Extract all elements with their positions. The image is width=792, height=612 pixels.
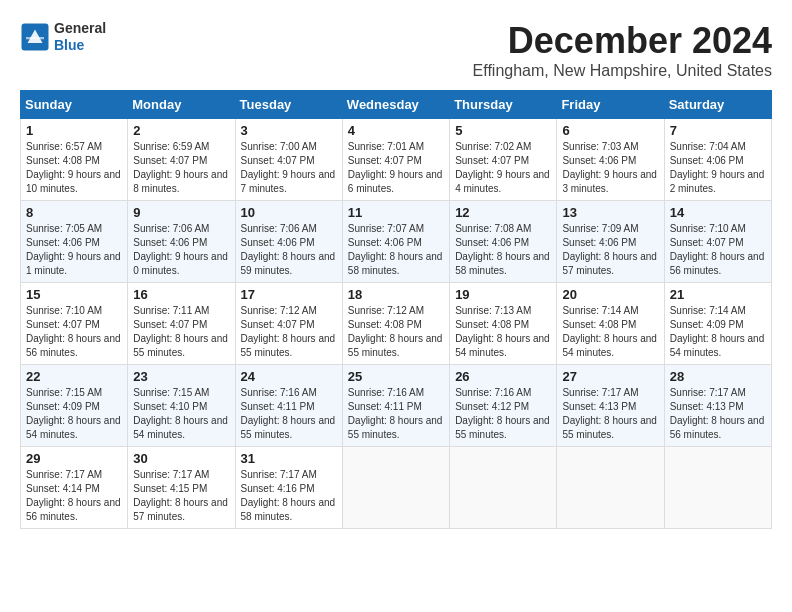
calendar-day-cell: 18 Sunrise: 7:12 AM Sunset: 4:08 PM Dayl…: [342, 283, 449, 365]
day-info: Sunrise: 7:09 AM Sunset: 4:06 PM Dayligh…: [562, 222, 658, 278]
day-number: 10: [241, 205, 337, 220]
calendar-day-cell: 20 Sunrise: 7:14 AM Sunset: 4:08 PM Dayl…: [557, 283, 664, 365]
calendar-day-cell: 14 Sunrise: 7:10 AM Sunset: 4:07 PM Dayl…: [664, 201, 771, 283]
subtitle: Effingham, New Hampshire, United States: [473, 62, 772, 80]
day-info: Sunrise: 7:10 AM Sunset: 4:07 PM Dayligh…: [26, 304, 122, 360]
calendar-day-cell: 29 Sunrise: 7:17 AM Sunset: 4:14 PM Dayl…: [21, 447, 128, 529]
day-info: Sunrise: 7:04 AM Sunset: 4:06 PM Dayligh…: [670, 140, 766, 196]
day-info: Sunrise: 7:17 AM Sunset: 4:16 PM Dayligh…: [241, 468, 337, 524]
day-info: Sunrise: 7:14 AM Sunset: 4:08 PM Dayligh…: [562, 304, 658, 360]
day-of-week-header: Friday: [557, 91, 664, 119]
day-number: 1: [26, 123, 122, 138]
day-info: Sunrise: 7:16 AM Sunset: 4:11 PM Dayligh…: [241, 386, 337, 442]
day-number: 26: [455, 369, 551, 384]
calendar-day-cell: 11 Sunrise: 7:07 AM Sunset: 4:06 PM Dayl…: [342, 201, 449, 283]
calendar-day-cell: 27 Sunrise: 7:17 AM Sunset: 4:13 PM Dayl…: [557, 365, 664, 447]
day-number: 6: [562, 123, 658, 138]
day-of-week-header: Sunday: [21, 91, 128, 119]
calendar-day-cell: 5 Sunrise: 7:02 AM Sunset: 4:07 PM Dayli…: [450, 119, 557, 201]
day-info: Sunrise: 7:12 AM Sunset: 4:08 PM Dayligh…: [348, 304, 444, 360]
calendar-day-cell: 2 Sunrise: 6:59 AM Sunset: 4:07 PM Dayli…: [128, 119, 235, 201]
calendar-day-cell: 7 Sunrise: 7:04 AM Sunset: 4:06 PM Dayli…: [664, 119, 771, 201]
day-info: Sunrise: 7:17 AM Sunset: 4:14 PM Dayligh…: [26, 468, 122, 524]
calendar-day-cell: 8 Sunrise: 7:05 AM Sunset: 4:06 PM Dayli…: [21, 201, 128, 283]
calendar-day-cell: 19 Sunrise: 7:13 AM Sunset: 4:08 PM Dayl…: [450, 283, 557, 365]
day-number: 19: [455, 287, 551, 302]
calendar-day-cell: 13 Sunrise: 7:09 AM Sunset: 4:06 PM Dayl…: [557, 201, 664, 283]
calendar-table: SundayMondayTuesdayWednesdayThursdayFrid…: [20, 90, 772, 529]
day-info: Sunrise: 7:07 AM Sunset: 4:06 PM Dayligh…: [348, 222, 444, 278]
day-number: 2: [133, 123, 229, 138]
day-info: Sunrise: 7:15 AM Sunset: 4:10 PM Dayligh…: [133, 386, 229, 442]
calendar-day-cell: 16 Sunrise: 7:11 AM Sunset: 4:07 PM Dayl…: [128, 283, 235, 365]
day-of-week-header: Saturday: [664, 91, 771, 119]
calendar-day-cell: 15 Sunrise: 7:10 AM Sunset: 4:07 PM Dayl…: [21, 283, 128, 365]
calendar-day-cell: 21 Sunrise: 7:14 AM Sunset: 4:09 PM Dayl…: [664, 283, 771, 365]
calendar-day-cell: 25 Sunrise: 7:16 AM Sunset: 4:11 PM Dayl…: [342, 365, 449, 447]
day-number: 4: [348, 123, 444, 138]
calendar-day-cell: 23 Sunrise: 7:15 AM Sunset: 4:10 PM Dayl…: [128, 365, 235, 447]
day-info: Sunrise: 7:00 AM Sunset: 4:07 PM Dayligh…: [241, 140, 337, 196]
day-number: 28: [670, 369, 766, 384]
calendar-day-cell: 12 Sunrise: 7:08 AM Sunset: 4:06 PM Dayl…: [450, 201, 557, 283]
day-number: 23: [133, 369, 229, 384]
day-number: 22: [26, 369, 122, 384]
day-info: Sunrise: 7:06 AM Sunset: 4:06 PM Dayligh…: [133, 222, 229, 278]
day-info: Sunrise: 7:17 AM Sunset: 4:15 PM Dayligh…: [133, 468, 229, 524]
calendar-day-cell: [664, 447, 771, 529]
calendar-day-cell: 1 Sunrise: 6:57 AM Sunset: 4:08 PM Dayli…: [21, 119, 128, 201]
day-info: Sunrise: 6:57 AM Sunset: 4:08 PM Dayligh…: [26, 140, 122, 196]
day-number: 8: [26, 205, 122, 220]
day-info: Sunrise: 7:15 AM Sunset: 4:09 PM Dayligh…: [26, 386, 122, 442]
day-info: Sunrise: 7:14 AM Sunset: 4:09 PM Dayligh…: [670, 304, 766, 360]
day-number: 18: [348, 287, 444, 302]
day-info: Sunrise: 7:16 AM Sunset: 4:12 PM Dayligh…: [455, 386, 551, 442]
day-info: Sunrise: 7:17 AM Sunset: 4:13 PM Dayligh…: [670, 386, 766, 442]
day-info: Sunrise: 7:06 AM Sunset: 4:06 PM Dayligh…: [241, 222, 337, 278]
logo-text: General Blue: [54, 20, 106, 54]
day-number: 30: [133, 451, 229, 466]
logo-blue: Blue: [54, 37, 106, 54]
day-number: 21: [670, 287, 766, 302]
logo: General Blue: [20, 20, 106, 54]
calendar-day-cell: 9 Sunrise: 7:06 AM Sunset: 4:06 PM Dayli…: [128, 201, 235, 283]
day-number: 27: [562, 369, 658, 384]
logo-general: General: [54, 20, 106, 37]
day-number: 14: [670, 205, 766, 220]
calendar-day-cell: 4 Sunrise: 7:01 AM Sunset: 4:07 PM Dayli…: [342, 119, 449, 201]
day-info: Sunrise: 6:59 AM Sunset: 4:07 PM Dayligh…: [133, 140, 229, 196]
calendar-day-cell: [557, 447, 664, 529]
calendar-week-row: 22 Sunrise: 7:15 AM Sunset: 4:09 PM Dayl…: [21, 365, 772, 447]
calendar-day-cell: 17 Sunrise: 7:12 AM Sunset: 4:07 PM Dayl…: [235, 283, 342, 365]
day-info: Sunrise: 7:01 AM Sunset: 4:07 PM Dayligh…: [348, 140, 444, 196]
calendar-week-row: 15 Sunrise: 7:10 AM Sunset: 4:07 PM Dayl…: [21, 283, 772, 365]
day-number: 5: [455, 123, 551, 138]
calendar-day-cell: [450, 447, 557, 529]
day-number: 24: [241, 369, 337, 384]
day-info: Sunrise: 7:16 AM Sunset: 4:11 PM Dayligh…: [348, 386, 444, 442]
day-of-week-header: Monday: [128, 91, 235, 119]
day-number: 25: [348, 369, 444, 384]
main-title: December 2024: [473, 20, 772, 62]
calendar-day-cell: 28 Sunrise: 7:17 AM Sunset: 4:13 PM Dayl…: [664, 365, 771, 447]
calendar-body: 1 Sunrise: 6:57 AM Sunset: 4:08 PM Dayli…: [21, 119, 772, 529]
day-number: 11: [348, 205, 444, 220]
day-info: Sunrise: 7:03 AM Sunset: 4:06 PM Dayligh…: [562, 140, 658, 196]
calendar-day-cell: 6 Sunrise: 7:03 AM Sunset: 4:06 PM Dayli…: [557, 119, 664, 201]
day-of-week-header: Wednesday: [342, 91, 449, 119]
day-info: Sunrise: 7:10 AM Sunset: 4:07 PM Dayligh…: [670, 222, 766, 278]
calendar-week-row: 29 Sunrise: 7:17 AM Sunset: 4:14 PM Dayl…: [21, 447, 772, 529]
calendar-week-row: 1 Sunrise: 6:57 AM Sunset: 4:08 PM Dayli…: [21, 119, 772, 201]
header: General Blue December 2024 Effingham, Ne…: [20, 20, 772, 80]
day-number: 16: [133, 287, 229, 302]
title-area: December 2024 Effingham, New Hampshire, …: [473, 20, 772, 80]
day-number: 17: [241, 287, 337, 302]
day-number: 29: [26, 451, 122, 466]
calendar-day-cell: 26 Sunrise: 7:16 AM Sunset: 4:12 PM Dayl…: [450, 365, 557, 447]
day-number: 20: [562, 287, 658, 302]
day-info: Sunrise: 7:02 AM Sunset: 4:07 PM Dayligh…: [455, 140, 551, 196]
day-of-week-header: Thursday: [450, 91, 557, 119]
calendar-day-cell: 31 Sunrise: 7:17 AM Sunset: 4:16 PM Dayl…: [235, 447, 342, 529]
day-of-week-header: Tuesday: [235, 91, 342, 119]
day-info: Sunrise: 7:08 AM Sunset: 4:06 PM Dayligh…: [455, 222, 551, 278]
